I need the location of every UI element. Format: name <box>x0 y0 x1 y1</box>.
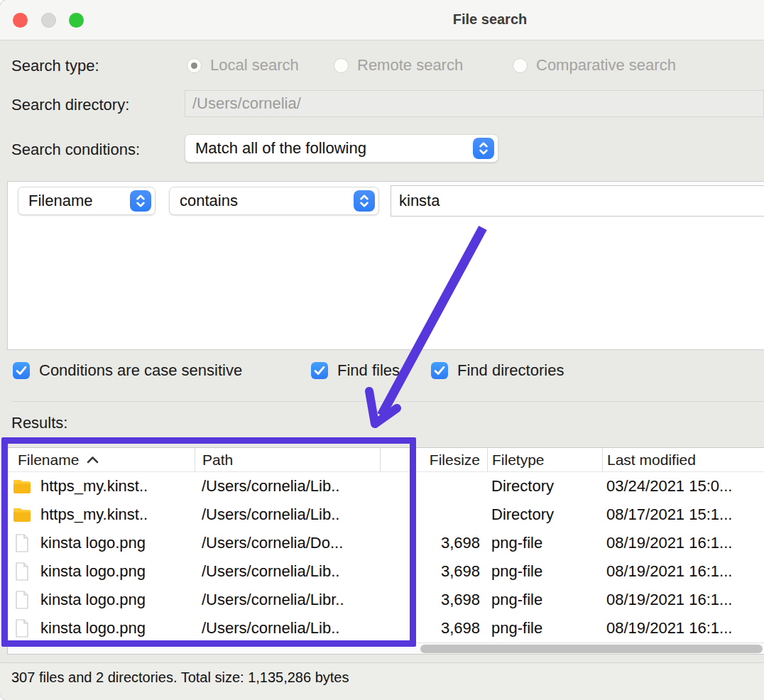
folder-icon <box>13 505 31 524</box>
cell-filetype: Directory <box>487 501 602 529</box>
cell-filetype: png-file <box>487 557 602 586</box>
radio-circle-icon <box>334 58 349 73</box>
condition-value-input[interactable]: kinsta <box>391 185 764 217</box>
stepper-chevrons-icon <box>130 190 151 212</box>
cell-filesize <box>417 501 487 529</box>
cell-spacer <box>380 501 417 529</box>
cell-filetype: png-file <box>487 529 602 557</box>
stepper-chevrons-icon <box>473 138 494 159</box>
cell-filetype: png-file <box>487 586 602 614</box>
column-header-path[interactable]: Path <box>195 448 380 471</box>
cell-spacer <box>380 529 417 557</box>
close-button[interactable] <box>13 13 28 28</box>
file-icon <box>13 619 31 638</box>
search-directory-input[interactable]: /Users/cornelia/ <box>185 90 764 117</box>
checkbox-find-directories[interactable]: Find directories <box>431 361 564 380</box>
table-row[interactable]: kinsta logo.png/Users/cornelia/Libr..3,6… <box>8 586 764 614</box>
condition-operator-dropdown[interactable]: contains <box>169 187 379 215</box>
column-header-label: Last modified <box>607 452 696 469</box>
titlebar: File search <box>0 0 764 40</box>
file-icon <box>13 591 31 609</box>
cell-last-modified: 08/19/2021 16:1... <box>602 614 764 642</box>
results-table-header: FilenamePathFilesizeFiletypeLast modifie… <box>8 448 764 472</box>
cell-filetype: png-file <box>487 614 602 642</box>
horizontal-scrollbar[interactable] <box>8 642 764 654</box>
file-icon <box>13 534 31 552</box>
checkbox-conditions-are-case-sensitive[interactable]: Conditions are case sensitive <box>13 361 242 380</box>
column-header-label: Path <box>202 452 233 469</box>
radio-local-search[interactable]: Local search <box>187 56 299 75</box>
radio-remote-search[interactable]: Remote search <box>334 56 463 75</box>
cell-filesize: 3,698 <box>417 586 487 614</box>
match-mode-dropdown[interactable]: Match all of the following <box>185 134 498 163</box>
status-text: 307 files and 2 directories. Total size:… <box>11 669 349 686</box>
cell-filename: https_my.kinst.. <box>40 505 148 524</box>
table-row[interactable]: kinsta logo.png/Users/cornelia/Lib..3,69… <box>8 557 764 586</box>
cell-spacer <box>380 472 417 501</box>
column-header-last-modified[interactable]: Last modified <box>602 448 764 471</box>
cell-filesize: 3,698 <box>417 529 487 557</box>
cell-last-modified: 08/19/2021 16:1... <box>602 529 764 557</box>
checkbox-label: Find directories <box>457 361 564 380</box>
cell-filename: kinsta logo.png <box>40 534 146 552</box>
section-divider <box>11 401 764 402</box>
cell-filesize: 3,698 <box>417 614 487 642</box>
folder-icon <box>13 477 31 496</box>
condition-field-dropdown[interactable]: Filename <box>18 187 155 215</box>
column-header-label: Filesize <box>430 452 480 469</box>
conditions-panel: Filename contains kinsta <box>7 181 764 350</box>
window-title: File search <box>453 11 528 28</box>
cell-path: /Users/cornelia/Lib.. <box>195 501 380 529</box>
checkmark-icon <box>13 362 30 379</box>
horizontal-scrollbar-thumb[interactable] <box>420 645 763 653</box>
stepper-chevrons-icon <box>354 190 375 212</box>
column-header-spacer <box>380 448 417 471</box>
results-table-body: https_my.kinst../Users/cornelia/Lib..Dir… <box>8 472 764 642</box>
table-row[interactable]: kinsta logo.png/Users/cornelia/Lib..3,69… <box>8 614 764 642</box>
column-header-label: Filename <box>18 452 79 469</box>
sort-ascending-icon <box>87 456 99 464</box>
column-header-filesize[interactable]: Filesize <box>417 448 487 471</box>
radio-label: Comparative search <box>536 56 676 75</box>
cell-filesize: 3,698 <box>417 557 487 586</box>
table-row[interactable]: https_my.kinst../Users/cornelia/Lib..Dir… <box>8 472 764 501</box>
condition-field-value: Filename <box>18 192 130 210</box>
table-row[interactable]: https_my.kinst../Users/cornelia/Lib..Dir… <box>8 501 764 529</box>
cell-last-modified: 08/19/2021 16:1... <box>602 557 764 586</box>
table-row[interactable]: kinsta logo.png/Users/cornelia/Do...3,69… <box>8 529 764 557</box>
search-conditions-label: Search conditions: <box>11 141 140 159</box>
radio-label: Local search <box>210 56 299 75</box>
cell-spacer <box>380 614 417 642</box>
cell-path: /Users/cornelia/Lib.. <box>195 614 380 642</box>
checkmark-icon <box>311 362 328 379</box>
checkbox-find-files[interactable]: Find files <box>311 361 400 380</box>
cell-path: /Users/cornelia/Libr.. <box>195 586 380 614</box>
cell-filetype: Directory <box>487 472 602 501</box>
cell-path: /Users/cornelia/Lib.. <box>195 557 380 586</box>
cell-spacer <box>380 586 417 614</box>
zoom-button[interactable] <box>69 13 84 28</box>
file-search-window: File search Search type: Search director… <box>0 0 764 700</box>
radio-label: Remote search <box>357 56 463 75</box>
results-label: Results: <box>11 414 67 432</box>
minimize-button[interactable] <box>41 13 56 28</box>
cell-filesize <box>417 472 487 501</box>
column-header-filename[interactable]: Filename <box>8 448 195 471</box>
condition-operator-value: contains <box>170 192 354 210</box>
cell-last-modified: 08/17/2021 15:1... <box>602 501 764 529</box>
checkmark-icon <box>431 362 448 379</box>
search-type-label: Search type: <box>11 57 99 75</box>
cell-filename: kinsta logo.png <box>40 619 146 638</box>
radio-circle-icon <box>513 58 528 73</box>
results-table: FilenamePathFilesizeFiletypeLast modifie… <box>7 447 764 655</box>
radio-comparative-search[interactable]: Comparative search <box>513 56 676 75</box>
cell-filename: kinsta logo.png <box>40 591 146 609</box>
cell-filename: kinsta logo.png <box>40 562 146 581</box>
match-mode-value: Match all of the following <box>185 139 473 158</box>
status-bar: 307 files and 2 directories. Total size:… <box>0 663 764 700</box>
cell-last-modified: 08/19/2021 16:1... <box>602 586 764 614</box>
column-header-filetype[interactable]: Filetype <box>487 448 602 471</box>
checkbox-label: Find files <box>337 361 400 380</box>
cell-path: /Users/cornelia/Lib.. <box>195 472 380 501</box>
column-header-label: Filetype <box>492 452 545 469</box>
